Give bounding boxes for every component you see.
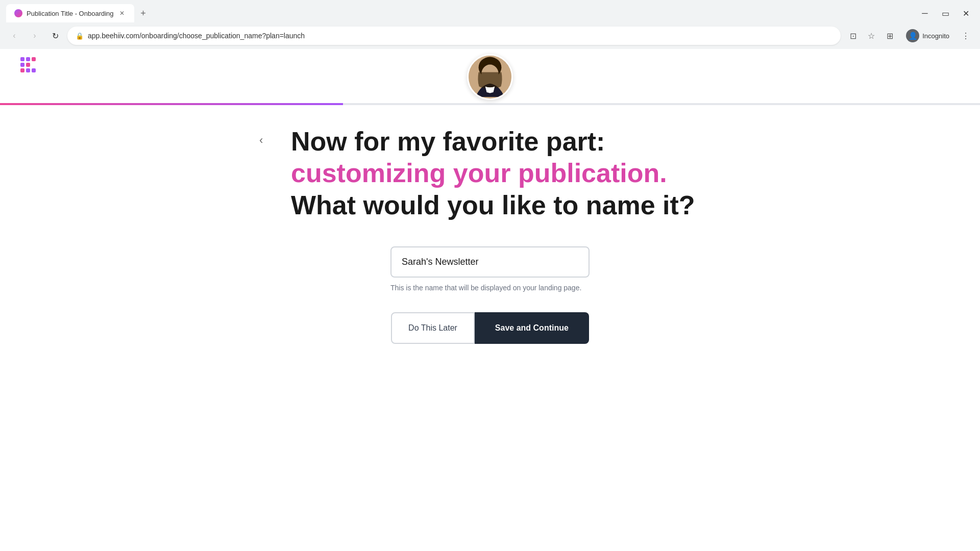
- profile-button[interactable]: 👤 Incognito: [900, 27, 955, 44]
- save-and-continue-button[interactable]: Save and Continue: [475, 312, 589, 344]
- restore-button[interactable]: ▭: [937, 5, 953, 21]
- browser-toolbar: ‹ › ↻ 🔒 app.beehiiv.com/onboarding/choos…: [0, 22, 980, 49]
- logo-dot: [26, 63, 30, 67]
- back-button[interactable]: ‹: [6, 28, 22, 44]
- url-text: app.beehiiv.com/onboarding/choose_public…: [88, 32, 832, 40]
- tab-close-button[interactable]: ✕: [118, 9, 126, 17]
- action-buttons: Do This Later Save and Continue: [271, 312, 709, 344]
- profile-label: Incognito: [922, 32, 949, 40]
- logo-dot: [32, 68, 36, 72]
- logo-dot: [20, 68, 24, 72]
- lock-icon: 🔒: [76, 32, 84, 40]
- logo-dot: [26, 68, 30, 72]
- logo-dot: [20, 57, 24, 61]
- more-menu-button[interactable]: ⋮: [958, 28, 974, 44]
- new-tab-button[interactable]: +: [136, 6, 151, 20]
- main-content: ‹ Now for my favorite part: customizing …: [260, 105, 720, 364]
- cast-icon[interactable]: ⊡: [845, 28, 861, 44]
- bookmark-icon[interactable]: ☆: [863, 28, 879, 44]
- heading-text-normal: Now for my favorite part:: [291, 127, 605, 156]
- logo-dot: [20, 63, 24, 67]
- page-content: ‹ Now for my favorite part: customizing …: [0, 49, 980, 551]
- avatar-svg: [469, 54, 511, 98]
- main-heading: Now for my favorite part: customizing yo…: [271, 126, 709, 221]
- guide-avatar: [467, 54, 513, 100]
- minimize-button[interactable]: ─: [917, 5, 933, 21]
- input-hint-text: This is the name that will be displayed …: [390, 284, 590, 292]
- close-window-button[interactable]: ✕: [958, 5, 974, 21]
- active-tab[interactable]: Publication Title - Onboarding ✕: [6, 4, 134, 22]
- toolbar-actions: ⊡ ☆ ⊞ 👤 Incognito ⋮: [845, 27, 974, 44]
- profile-avatar: 👤: [906, 29, 919, 42]
- logo-dot: [32, 63, 36, 67]
- browser-chrome: Publication Title - Onboarding ✕ + ─ ▭ ✕…: [0, 0, 980, 49]
- back-navigation-button[interactable]: ‹: [255, 132, 267, 149]
- input-section: This is the name that will be displayed …: [271, 246, 709, 292]
- browser-title-bar: Publication Title - Onboarding ✕ + ─ ▭ ✕: [0, 0, 980, 22]
- publication-name-input[interactable]: [390, 246, 590, 278]
- heading-text-end: What would you like to name it?: [291, 190, 695, 220]
- guide-avatar-image: [467, 54, 513, 100]
- tab-favicon: [14, 9, 22, 17]
- forward-button[interactable]: ›: [27, 28, 43, 44]
- logo-dot: [26, 57, 30, 61]
- sidebar-icon[interactable]: ⊞: [881, 28, 898, 44]
- heading-text-highlight: customizing your publication.: [291, 158, 667, 188]
- logo-dot: [32, 57, 36, 61]
- beehiiv-logo: [20, 57, 36, 72]
- app-header: [0, 49, 980, 105]
- address-bar[interactable]: 🔒 app.beehiiv.com/onboarding/choose_publ…: [67, 27, 841, 45]
- logo-shape: [20, 57, 36, 72]
- do-this-later-button[interactable]: Do This Later: [391, 312, 475, 344]
- tab-title: Publication Title - Onboarding: [27, 10, 114, 17]
- refresh-button[interactable]: ↻: [47, 28, 63, 44]
